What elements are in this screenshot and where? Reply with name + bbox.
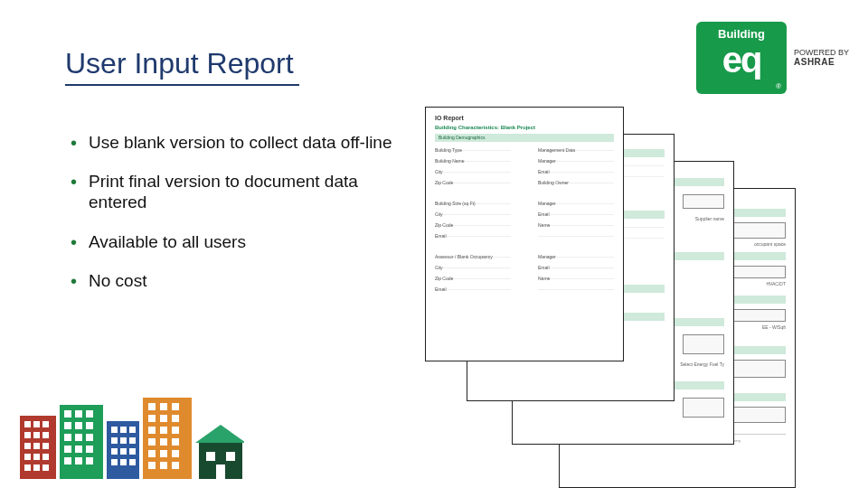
svg-rect-21 <box>75 422 82 429</box>
field-label: Email <box>538 211 614 215</box>
svg-rect-53 <box>160 427 167 434</box>
svg-rect-37 <box>120 437 127 444</box>
svg-rect-68 <box>216 465 225 479</box>
svg-rect-14 <box>33 465 40 471</box>
svg-rect-41 <box>129 448 136 455</box>
svg-rect-9 <box>42 443 49 449</box>
field-label: Manager <box>538 158 614 162</box>
bullet-item: Use blank version to collect data off-li… <box>71 132 405 153</box>
logo-powered-by: POWERED BY ASHRAE <box>794 48 849 68</box>
field-label: Management Data <box>538 147 614 151</box>
svg-rect-36 <box>111 437 118 444</box>
svg-rect-59 <box>160 450 167 457</box>
svg-rect-66 <box>206 452 215 461</box>
logo-eq-text: eq <box>696 40 787 80</box>
svg-rect-48 <box>172 403 179 410</box>
svg-rect-40 <box>120 448 127 455</box>
svg-rect-33 <box>111 427 118 433</box>
report-subtitle: Building Characteristics: Blank Project <box>435 125 614 130</box>
section-heading: Building Demographics <box>439 135 485 140</box>
svg-rect-17 <box>64 410 71 418</box>
svg-rect-18 <box>75 410 82 418</box>
report-page-1: IO Report Building Characteristics: Blan… <box>425 107 624 361</box>
svg-rect-12 <box>42 454 49 460</box>
brand-name: ASHRAE <box>794 57 849 68</box>
svg-rect-42 <box>111 459 118 465</box>
svg-rect-10 <box>24 454 31 460</box>
field-label <box>538 286 614 290</box>
svg-rect-28 <box>86 446 93 453</box>
svg-rect-55 <box>148 438 156 446</box>
svg-rect-46 <box>148 403 156 410</box>
buildings-svg-icon <box>18 389 244 479</box>
svg-rect-58 <box>148 450 156 457</box>
field-label: Name <box>538 222 614 226</box>
svg-rect-27 <box>75 446 82 453</box>
brand-logo: Building eq ® POWERED BY ASHRAE <box>696 22 850 94</box>
field-label: Building Size (sq Ft) <box>435 201 511 204</box>
buildings-icon <box>18 389 244 479</box>
svg-rect-31 <box>86 457 93 465</box>
svg-rect-49 <box>148 415 156 422</box>
svg-rect-19 <box>86 410 93 418</box>
field-label: Email <box>538 265 614 268</box>
field-label: Zip Code <box>435 180 511 183</box>
bullet-item: Print final version to document data ent… <box>71 171 405 212</box>
svg-rect-60 <box>172 450 179 457</box>
svg-rect-30 <box>75 457 82 465</box>
svg-rect-52 <box>148 427 156 434</box>
svg-rect-20 <box>64 422 71 429</box>
field-label <box>538 233 614 237</box>
svg-rect-8 <box>33 443 40 449</box>
field-label: Building Name <box>435 158 511 162</box>
svg-rect-15 <box>42 465 49 471</box>
svg-rect-23 <box>64 434 71 441</box>
bullet-list: Use blank version to collect data off-li… <box>71 132 405 309</box>
field-label: Manager <box>538 254 614 258</box>
svg-rect-22 <box>86 422 93 429</box>
svg-rect-26 <box>64 446 71 453</box>
field-label: Building Owner <box>538 180 614 183</box>
svg-rect-35 <box>129 427 136 433</box>
page-title: User Input Report <box>65 47 299 86</box>
report-page-stack: occupant space HVAC/DT EE - W/Sqft Blank… <box>425 107 841 468</box>
svg-rect-57 <box>172 438 179 446</box>
svg-rect-13 <box>24 465 31 471</box>
field-label: Assessor / Blank Occupancy <box>435 254 511 258</box>
svg-rect-61 <box>148 462 156 469</box>
svg-rect-51 <box>172 415 179 422</box>
svg-rect-67 <box>226 452 235 461</box>
svg-rect-62 <box>160 462 167 469</box>
svg-rect-39 <box>111 448 118 455</box>
svg-rect-34 <box>120 427 127 433</box>
powered-by-label: POWERED BY <box>794 48 849 57</box>
svg-rect-11 <box>33 454 40 460</box>
svg-rect-24 <box>75 434 82 441</box>
svg-rect-54 <box>172 427 179 434</box>
field-label: City <box>435 265 511 268</box>
logo-top-text: Building <box>696 27 787 41</box>
field-label: Building Type <box>435 147 511 151</box>
svg-rect-47 <box>160 403 167 410</box>
svg-rect-1 <box>24 421 31 427</box>
field-label: Email <box>435 233 511 237</box>
field-label: Manager <box>538 201 614 204</box>
svg-rect-25 <box>86 434 93 441</box>
svg-rect-2 <box>33 421 40 427</box>
field-label: Email <box>538 169 614 173</box>
svg-rect-29 <box>64 457 71 465</box>
svg-marker-64 <box>195 425 244 443</box>
field-label: City <box>435 211 511 215</box>
bullet-item: Available to all users <box>71 231 405 252</box>
svg-rect-63 <box>172 462 179 469</box>
field-label: City <box>435 169 511 173</box>
svg-rect-50 <box>160 415 167 422</box>
report-title: IO Report <box>435 115 614 121</box>
field-label: Email <box>435 286 511 290</box>
field-label: Zip Code <box>435 222 511 226</box>
svg-rect-3 <box>42 421 49 427</box>
svg-rect-7 <box>24 443 31 449</box>
svg-rect-4 <box>24 432 31 438</box>
svg-rect-5 <box>33 432 40 438</box>
svg-rect-43 <box>120 459 127 465</box>
